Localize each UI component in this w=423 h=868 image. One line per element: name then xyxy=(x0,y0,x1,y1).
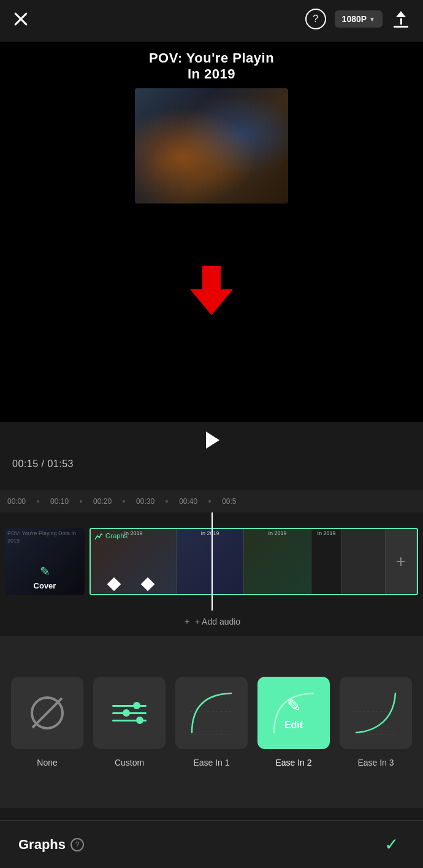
ease-in-3-label: Ease In 3 xyxy=(357,758,394,767)
cover-edit-icon: ✎ xyxy=(40,564,50,579)
graphs-help-button[interactable]: ? xyxy=(70,838,84,851)
ease-in-2-label: Ease In 2 xyxy=(275,758,311,767)
video-thumbnail xyxy=(135,88,288,204)
play-area xyxy=(0,422,423,459)
ease-option-ease-in-2[interactable]: ✎ Edit Ease In 2 xyxy=(253,677,335,767)
clip-title-3: In 2019 xyxy=(244,530,311,536)
video-track[interactable]: Graphs In 2019 In 2019 In 2019 In 20 xyxy=(90,528,418,595)
edit-overlay: ✎ Edit xyxy=(257,677,330,749)
resolution-selector[interactable]: 1080P ▼ xyxy=(335,10,383,28)
ruler-dot-5 xyxy=(208,500,211,503)
header-right: ? 1080P ▼ xyxy=(305,9,411,29)
track-clip-3[interactable]: In 2019 xyxy=(244,529,311,594)
add-audio-bar[interactable]: ＋ + Add audio xyxy=(0,608,423,635)
ease-none-box[interactable] xyxy=(11,677,83,749)
slider-line-1 xyxy=(112,705,147,707)
video-title: POV: You're Playin In 2019 xyxy=(149,50,274,82)
ease-option-ease-in-1[interactable]: Ease In 1 xyxy=(170,677,253,767)
play-icon xyxy=(206,432,219,449)
ease-custom-box[interactable] xyxy=(93,677,166,749)
slider-row-2 xyxy=(112,712,147,714)
edit-label: Edit xyxy=(284,720,303,731)
confirm-button[interactable]: ✓ xyxy=(378,831,405,858)
ease-in-1-curve xyxy=(187,688,236,737)
svg-marker-0 xyxy=(190,266,233,315)
ease-option-none[interactable]: None xyxy=(6,677,88,767)
ruler-mark-1: 00:10 xyxy=(50,497,69,506)
add-clip-button[interactable]: + xyxy=(385,528,417,595)
ease-option-ease-in-3[interactable]: Ease In 3 xyxy=(335,677,417,767)
graphs-icon xyxy=(94,531,103,540)
help-button[interactable]: ? xyxy=(305,9,326,29)
checkmark-icon: ✓ xyxy=(384,834,398,855)
ease-in-2-box[interactable]: ✎ Edit xyxy=(257,677,330,749)
track-clips: In 2019 In 2019 In 2019 In 2019 xyxy=(91,529,385,594)
track-clip-2[interactable]: In 2019 xyxy=(177,529,244,594)
add-audio-icon: ＋ xyxy=(183,616,191,627)
ruler-dot-3 xyxy=(123,500,125,503)
custom-icon xyxy=(112,704,147,721)
ease-in-1-box[interactable] xyxy=(175,677,248,749)
time-display: 00:15 / 01:53 xyxy=(12,459,74,470)
ruler-mark-3: 00:30 xyxy=(136,497,154,506)
bottom-bar: Graphs ? ✓ xyxy=(0,820,423,868)
slider-dot-1 xyxy=(133,702,140,709)
ruler-mark-4: 00:40 xyxy=(179,497,197,506)
playhead xyxy=(212,512,213,611)
add-audio-label: + Add audio xyxy=(195,617,240,626)
bottom-title: Graphs xyxy=(18,837,66,853)
red-arrow-indicator xyxy=(190,266,233,318)
ease-in-1-label: Ease In 1 xyxy=(193,758,229,767)
ease-in-3-curve xyxy=(351,688,400,737)
header: ? 1080P ▼ xyxy=(0,0,423,38)
ruler-mark-2: 00:20 xyxy=(93,497,112,506)
ease-custom-label: Custom xyxy=(115,758,144,767)
slider-dot-3 xyxy=(136,717,143,724)
clip-thumb-2 xyxy=(177,529,243,594)
current-time: 00:15 xyxy=(12,459,39,469)
track-name: Graphs xyxy=(105,532,128,539)
slider-row-3 xyxy=(112,719,147,721)
none-icon xyxy=(31,696,64,729)
clip-thumb-3 xyxy=(244,529,311,594)
upload-button[interactable] xyxy=(391,9,411,29)
total-time: 01:53 xyxy=(47,459,74,469)
upload-arrow-icon xyxy=(396,11,406,17)
ease-in-3-box[interactable] xyxy=(340,677,412,749)
resolution-caret-icon: ▼ xyxy=(369,16,375,23)
cover-label: Cover xyxy=(34,581,56,590)
resolution-label: 1080P xyxy=(342,14,367,24)
video-preview: POV: You're Playin In 2019 xyxy=(0,42,423,459)
time-separator: / xyxy=(42,459,45,469)
ease-option-custom[interactable]: Custom xyxy=(88,677,170,767)
track-clip-4[interactable]: In 2019 xyxy=(311,529,342,594)
ruler-marks: 00:00 00:10 00:20 00:30 00:40 00:5 xyxy=(7,497,416,506)
ease-none-label: None xyxy=(37,758,57,767)
ruler-dot-1 xyxy=(37,500,39,503)
edit-pencil-icon: ✎ xyxy=(287,696,301,716)
cover-thumbnail[interactable]: POV: You're Playing Dota In 2019 ✎ Cover xyxy=(5,528,85,595)
upload-stem-icon xyxy=(400,18,402,25)
timeline-ruler: 00:00 00:10 00:20 00:30 00:40 00:5 xyxy=(0,490,423,512)
ruler-dot-2 xyxy=(80,500,82,503)
upload-base-icon xyxy=(394,26,408,28)
ruler-mark-5: 00:5 xyxy=(222,497,236,506)
close-button[interactable] xyxy=(12,10,29,28)
ruler-mark-0: 00:00 xyxy=(7,497,26,506)
play-button[interactable] xyxy=(199,428,224,452)
clip-title-4: In 2019 xyxy=(311,530,341,536)
bottom-left: Graphs ? xyxy=(18,837,84,853)
easing-panel: None Custom xyxy=(0,636,423,808)
slider-row-1 xyxy=(112,704,147,707)
ruler-dot-4 xyxy=(166,500,168,503)
slider-dot-2 xyxy=(123,709,130,717)
track-label: Graphs xyxy=(94,531,128,540)
clip-title-2: In 2019 xyxy=(177,530,243,536)
